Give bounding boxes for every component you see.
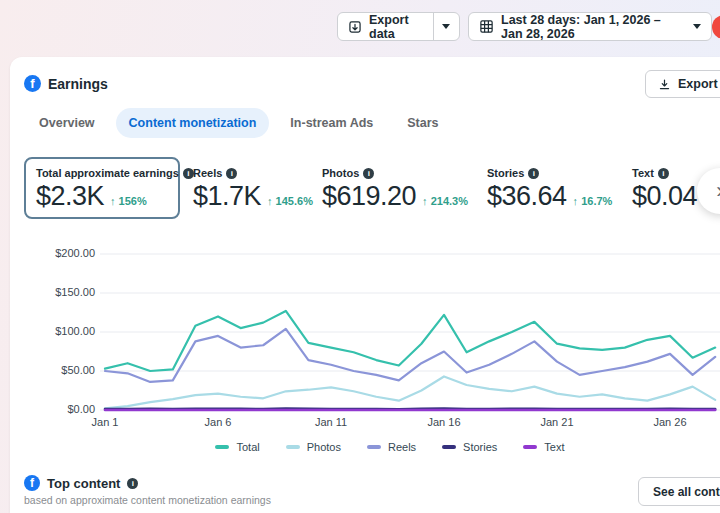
tab-bar: OverviewContent monetizationIn-stream Ad… [26, 108, 452, 138]
metric-value: $2.3K [36, 181, 104, 212]
metric-value-row: $2.3K↑ 156% [36, 181, 168, 212]
metric-label: Photosi [322, 167, 468, 179]
export-button[interactable]: Export [645, 70, 720, 98]
metric-value-row: $619.20↑ 214.3% [322, 181, 468, 212]
facebook-logo-icon: f [24, 75, 41, 92]
date-range-label: Last 28 days: Jan 1, 2026 – Jan 28, 2026 [501, 13, 679, 41]
metric-card-photos[interactable]: Photosi$619.20↑ 214.3% [322, 157, 468, 219]
legend-label: Text [544, 441, 564, 453]
legend-swatch [215, 445, 229, 449]
metric-change: ↑ 156% [110, 195, 147, 207]
metric-value-row: $36.64↑ 16.7% [487, 181, 612, 212]
metric-label: Storiesi [487, 167, 612, 179]
metric-label-text: Total approximate earnings [36, 167, 179, 179]
calendar-grid-icon [479, 19, 494, 34]
x-tick-label: Jan 6 [205, 416, 232, 428]
metric-card-total-approximate-earnings[interactable]: Total approximate earningsi$2.3K↑ 156% [24, 157, 180, 219]
legend-swatch [442, 445, 456, 449]
metric-value: $1.7K [193, 181, 261, 212]
chart-legend: TotalPhotosReelsStoriesText [100, 441, 680, 453]
metric-card-stories[interactable]: Storiesi$36.64↑ 16.7% [487, 157, 612, 219]
y-tick-label: $100.00 [25, 325, 95, 337]
info-icon[interactable]: i [226, 168, 237, 179]
info-icon[interactable]: i [528, 168, 539, 179]
legend-label: Stories [463, 441, 497, 453]
download-icon [658, 78, 671, 91]
facebook-logo-icon: f [24, 475, 40, 491]
metric-label-text: Photos [322, 167, 359, 179]
metric-label-text: Text [632, 167, 654, 179]
metric-value: $36.64 [487, 181, 567, 212]
metric-card-text[interactable]: Texti$0.04 [632, 157, 697, 219]
chevron-right-icon: › [716, 178, 720, 204]
legend-item-total[interactable]: Total [215, 441, 259, 453]
tab-content-monetization[interactable]: Content monetization [116, 108, 270, 138]
metric-label-text: Reels [193, 167, 222, 179]
profile-avatar[interactable] [712, 15, 720, 39]
tab-in-stream-ads[interactable]: In-stream Ads [277, 108, 386, 138]
top-content-header: f Top content i [24, 475, 138, 491]
metric-label-text: Stories [487, 167, 524, 179]
see-all-content-button[interactable]: See all content [638, 477, 720, 506]
legend-swatch [367, 445, 381, 449]
earnings-header: f Earnings [24, 75, 108, 92]
metric-change: ↑ 214.3% [422, 195, 468, 207]
metric-change: ↑ 16.7% [573, 195, 613, 207]
x-tick-label: Jan 11 [315, 416, 347, 428]
metric-value-row: $1.7K↑ 145.6% [193, 181, 313, 212]
section-title: Top content [47, 476, 120, 491]
metric-card-reels[interactable]: Reelsi$1.7K↑ 145.6% [193, 157, 313, 219]
legend-item-text[interactable]: Text [523, 441, 564, 453]
legend-label: Photos [307, 441, 341, 453]
info-icon[interactable]: i [363, 168, 374, 179]
export-label: Export [678, 77, 718, 91]
x-tick-label: Jan 26 [653, 416, 686, 428]
chevron-down-icon [442, 24, 450, 29]
export-data-dropdown[interactable] [434, 13, 459, 40]
y-tick-label: $0.00 [25, 403, 95, 415]
x-tick-label: Jan 21 [540, 416, 573, 428]
metric-label: Total approximate earningsi [36, 167, 168, 179]
legend-label: Reels [388, 441, 416, 453]
metric-label: Texti [632, 167, 697, 179]
section-subtitle: based on approximate content monetizatio… [24, 494, 271, 506]
x-tick-label: Jan 16 [427, 416, 460, 428]
legend-item-reels[interactable]: Reels [367, 441, 416, 453]
export-data-label: Export data [369, 13, 423, 41]
export-data-icon [348, 20, 362, 34]
info-icon[interactable]: i [658, 168, 669, 179]
metric-value: $0.04 [632, 181, 697, 212]
metric-label: Reelsi [193, 167, 313, 179]
date-range-button[interactable]: Last 28 days: Jan 1, 2026 – Jan 28, 2026 [468, 12, 712, 41]
legend-item-stories[interactable]: Stories [442, 441, 497, 453]
y-tick-label: $150.00 [25, 286, 95, 298]
tab-overview[interactable]: Overview [26, 108, 108, 138]
chevron-down-icon [693, 24, 701, 29]
metric-change: ↑ 145.6% [267, 195, 313, 207]
see-all-content-label: See all content [653, 485, 720, 499]
metric-value: $619.20 [322, 181, 416, 212]
legend-swatch [286, 445, 300, 449]
info-icon[interactable]: i [127, 478, 138, 489]
legend-swatch [523, 445, 537, 449]
y-tick-label: $200.00 [25, 247, 95, 259]
metric-value-row: $0.04 [632, 181, 697, 212]
export-data-main[interactable]: Export data [338, 13, 433, 40]
legend-item-photos[interactable]: Photos [286, 441, 341, 453]
y-tick-label: $50.00 [25, 364, 95, 376]
x-tick-label: Jan 1 [92, 416, 119, 428]
export-data-button[interactable]: Export data [337, 12, 460, 41]
page-title: Earnings [48, 76, 108, 92]
tab-stars[interactable]: Stars [394, 108, 451, 138]
legend-label: Total [236, 441, 259, 453]
